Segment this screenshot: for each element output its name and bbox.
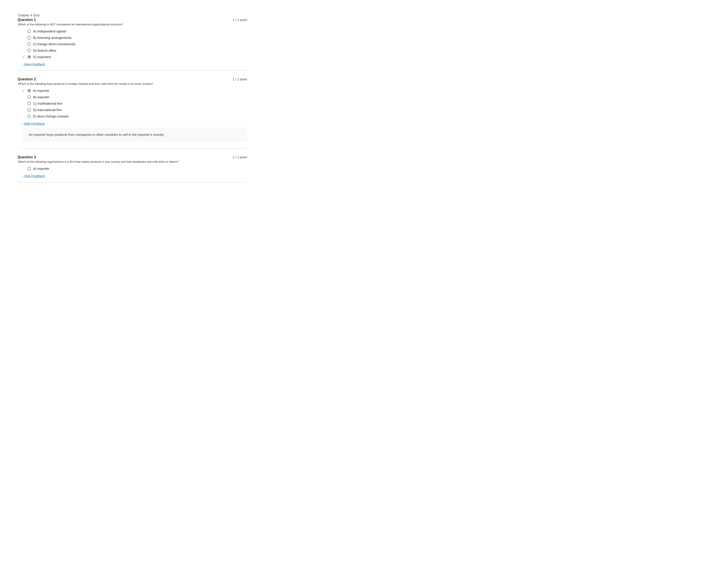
radio-2-5[interactable] [27,115,31,118]
radio-2-2[interactable] [27,95,31,99]
feedback-link-label-1: View Feedback [24,62,45,66]
answer-text-1-2: B) licensing arrangements [33,36,71,39]
answer-row-1-5: ✓E) exporters [18,55,247,59]
answer-row-2-1: ✓A) importer [18,88,247,93]
radio-1-3[interactable] [27,42,31,46]
question-label-3: Question 3 [18,155,36,159]
question-header-2: Question 21 / 1 point [18,77,247,81]
question-block-2: Question 21 / 1 pointWhich of the follow… [18,77,247,148]
question-label-1: Question 1 [18,18,36,22]
radio-2-3[interactable] [27,102,31,105]
feedback-arrow-3: › [22,174,23,178]
answer-row-1-1: ✓A) independent agents [18,29,247,33]
radio-2-4[interactable] [27,108,31,112]
question-points-3: 1 / 1 point [233,155,247,159]
question-header-1: Question 11 / 1 point [18,18,247,22]
answer-text-3-1: A) importer [33,167,49,170]
feedback-link-2[interactable]: ›Hide Feedback [22,122,45,125]
question-text-2: Which of the following buys products in … [18,82,247,85]
radio-1-2[interactable] [27,36,31,39]
feedback-link-1[interactable]: ›View Feedback [22,62,45,66]
answer-text-2-3: C) multinational firm [33,102,62,105]
answer-row-1-2: ✓B) licensing arrangements [18,36,247,40]
answer-text-1-1: A) independent agents [33,29,66,33]
answer-row-2-4: ✓D) international firm [18,108,247,112]
answer-text-1-3: C) foreign direct investments [33,42,75,46]
question-label-2: Question 2 [18,77,36,81]
question-header-3: Question 31 / 1 point [18,155,247,159]
question-text-1: Which of the following is NOT considered… [18,23,247,26]
feedback-box-2: An importer buys products from companies… [22,128,247,142]
feedback-link-label-3: View Feedback [24,174,45,178]
radio-2-1[interactable] [27,89,31,92]
answer-text-1-4: D) branch office [33,49,56,52]
answer-text-2-2: B) exporter [33,95,49,99]
answer-text-2-5: E) direct foreign investor [33,114,69,118]
answer-row-2-5: ✓E) direct foreign investor [18,114,247,118]
question-points-1: 1 / 1 point [233,18,247,22]
question-points-2: 1 / 1 point [233,77,247,81]
feedback-link-3[interactable]: ›View Feedback [22,174,45,178]
question-block-3: Question 31 / 1 pointWhich of the follow… [18,155,247,182]
radio-1-5[interactable] [27,55,31,59]
radio-3-1[interactable] [27,167,31,170]
question-text-3: Which of the following organizations is … [18,160,247,163]
feedback-link-label-2: Hide Feedback [24,122,45,125]
question-block-1: Question 11 / 1 pointWhich of the follow… [18,18,247,71]
answer-text-2-1: A) importer [33,89,49,92]
answer-text-1-5: E) exporters [33,55,51,59]
answer-row-2-2: ✓B) exporter [18,95,247,99]
answer-row-3-1: ✓A) importer [18,166,247,171]
answer-text-2-4: D) international firm [33,108,62,112]
check-icon-2-1: ✓ [22,88,26,93]
feedback-arrow-1: › [22,63,23,66]
feedback-arrow-2: › [21,123,24,124]
radio-1-4[interactable] [27,49,31,52]
answer-row-2-3: ✓C) multinational firm [18,101,247,105]
check-icon-1-5: ✓ [22,55,26,59]
chapter-title: Chapter 4 Quiz [18,13,247,17]
answer-row-1-3: ✓C) foreign direct investments [18,42,247,46]
radio-1-1[interactable] [27,30,31,33]
answer-row-1-4: ✓D) branch office [18,48,247,53]
